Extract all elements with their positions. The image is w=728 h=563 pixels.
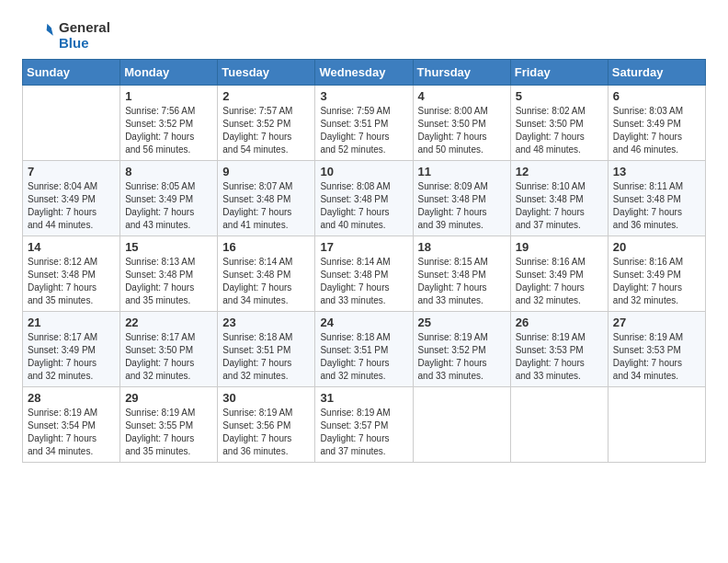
day-number: 4 — [418, 89, 506, 103]
header: General Blue — [22, 18, 706, 52]
calendar-cell: 3Sunrise: 7:59 AMSunset: 3:51 PMDaylight… — [315, 86, 413, 161]
day-info: Sunrise: 8:09 AMSunset: 3:48 PMDaylight:… — [418, 180, 506, 232]
day-number: 5 — [516, 89, 603, 103]
day-number: 13 — [613, 165, 700, 178]
day-info: Sunrise: 8:19 AMSunset: 3:52 PMDaylight:… — [418, 331, 506, 383]
day-number: 31 — [320, 391, 407, 405]
day-number: 29 — [125, 391, 212, 405]
day-info: Sunrise: 8:11 AMSunset: 3:48 PMDaylight:… — [613, 180, 700, 232]
day-info: Sunrise: 8:19 AMSunset: 3:57 PMDaylight:… — [320, 407, 407, 458]
day-info: Sunrise: 8:17 AMSunset: 3:50 PMDaylight:… — [125, 331, 212, 383]
calendar-cell: 31Sunrise: 8:19 AMSunset: 3:57 PMDayligh… — [315, 387, 413, 463]
day-number: 17 — [320, 240, 407, 254]
day-info: Sunrise: 8:18 AMSunset: 3:51 PMDaylight:… — [222, 331, 310, 383]
day-of-week-header: Wednesday — [315, 60, 413, 86]
day-number: 14 — [28, 240, 115, 254]
day-of-week-header: Saturday — [608, 60, 705, 86]
day-info: Sunrise: 8:10 AMSunset: 3:48 PMDaylight:… — [516, 180, 603, 232]
svg-marker-0 — [47, 24, 55, 36]
calendar-table: SundayMondayTuesdayWednesdayThursdayFrid… — [22, 59, 706, 463]
day-number: 19 — [516, 240, 603, 254]
calendar-cell — [510, 387, 608, 463]
calendar-week-row: 7Sunrise: 8:04 AMSunset: 3:49 PMDaylight… — [23, 161, 706, 236]
calendar-cell — [608, 387, 705, 463]
calendar-cell: 8Sunrise: 8:05 AMSunset: 3:49 PMDaylight… — [120, 161, 218, 236]
calendar-cell: 5Sunrise: 8:02 AMSunset: 3:50 PMDaylight… — [510, 86, 608, 161]
day-number: 21 — [28, 316, 115, 329]
day-of-week-header: Friday — [510, 60, 608, 86]
day-info: Sunrise: 8:19 AMSunset: 3:55 PMDaylight:… — [125, 407, 212, 458]
day-info: Sunrise: 8:05 AMSunset: 3:49 PMDaylight:… — [125, 180, 212, 232]
calendar-cell: 16Sunrise: 8:14 AMSunset: 3:48 PMDayligh… — [218, 236, 315, 312]
logo-blue: Blue — [59, 35, 89, 51]
calendar-cell: 24Sunrise: 8:18 AMSunset: 3:51 PMDayligh… — [315, 312, 413, 387]
calendar-cell: 7Sunrise: 8:04 AMSunset: 3:49 PMDaylight… — [23, 161, 120, 236]
calendar-cell: 27Sunrise: 8:19 AMSunset: 3:53 PMDayligh… — [608, 312, 705, 387]
day-of-week-header: Thursday — [413, 60, 510, 86]
day-number: 2 — [222, 89, 310, 103]
calendar-cell — [413, 387, 510, 463]
calendar-cell: 6Sunrise: 8:03 AMSunset: 3:49 PMDaylight… — [608, 86, 705, 161]
day-info: Sunrise: 8:07 AMSunset: 3:48 PMDaylight:… — [222, 180, 310, 232]
day-of-week-header: Monday — [120, 60, 218, 86]
day-number: 12 — [516, 165, 603, 178]
day-number: 18 — [418, 240, 506, 254]
day-number: 30 — [222, 391, 310, 405]
calendar-cell: 30Sunrise: 8:19 AMSunset: 3:56 PMDayligh… — [218, 387, 315, 463]
day-number: 20 — [613, 240, 700, 254]
day-number: 27 — [613, 316, 700, 329]
day-number: 3 — [320, 89, 407, 103]
calendar-cell: 17Sunrise: 8:14 AMSunset: 3:48 PMDayligh… — [315, 236, 413, 312]
day-info: Sunrise: 8:14 AMSunset: 3:48 PMDaylight:… — [320, 256, 407, 307]
day-info: Sunrise: 7:56 AMSunset: 3:52 PMDaylight:… — [125, 105, 212, 156]
day-info: Sunrise: 7:59 AMSunset: 3:51 PMDaylight:… — [320, 105, 407, 156]
day-info: Sunrise: 8:02 AMSunset: 3:50 PMDaylight:… — [516, 105, 603, 156]
day-number: 26 — [516, 316, 603, 329]
calendar-cell: 2Sunrise: 7:57 AMSunset: 3:52 PMDaylight… — [218, 86, 315, 161]
day-info: Sunrise: 8:04 AMSunset: 3:49 PMDaylight:… — [28, 180, 115, 232]
day-info: Sunrise: 8:19 AMSunset: 3:53 PMDaylight:… — [613, 331, 700, 383]
calendar-cell: 21Sunrise: 8:17 AMSunset: 3:49 PMDayligh… — [23, 312, 120, 387]
calendar-cell: 18Sunrise: 8:15 AMSunset: 3:48 PMDayligh… — [413, 236, 510, 312]
calendar-week-row: 14Sunrise: 8:12 AMSunset: 3:48 PMDayligh… — [23, 236, 706, 312]
day-info: Sunrise: 8:19 AMSunset: 3:56 PMDaylight:… — [222, 407, 310, 458]
calendar-week-row: 28Sunrise: 8:19 AMSunset: 3:54 PMDayligh… — [23, 387, 706, 463]
day-info: Sunrise: 8:14 AMSunset: 3:48 PMDaylight:… — [222, 256, 310, 307]
calendar-cell: 13Sunrise: 8:11 AMSunset: 3:48 PMDayligh… — [608, 161, 705, 236]
calendar-cell: 20Sunrise: 8:16 AMSunset: 3:49 PMDayligh… — [608, 236, 705, 312]
calendar-cell: 10Sunrise: 8:08 AMSunset: 3:48 PMDayligh… — [315, 161, 413, 236]
day-info: Sunrise: 8:17 AMSunset: 3:49 PMDaylight:… — [28, 331, 115, 383]
day-info: Sunrise: 7:57 AMSunset: 3:52 PMDaylight:… — [222, 105, 310, 156]
day-info: Sunrise: 8:13 AMSunset: 3:48 PMDaylight:… — [125, 256, 212, 307]
calendar-cell: 23Sunrise: 8:18 AMSunset: 3:51 PMDayligh… — [218, 312, 315, 387]
calendar-week-row: 1Sunrise: 7:56 AMSunset: 3:52 PMDaylight… — [23, 86, 706, 161]
day-info: Sunrise: 8:16 AMSunset: 3:49 PMDaylight:… — [613, 256, 700, 307]
day-info: Sunrise: 8:08 AMSunset: 3:48 PMDaylight:… — [320, 180, 407, 232]
calendar-cell: 9Sunrise: 8:07 AMSunset: 3:48 PMDaylight… — [218, 161, 315, 236]
day-number: 1 — [125, 89, 212, 103]
day-info: Sunrise: 8:18 AMSunset: 3:51 PMDaylight:… — [320, 331, 407, 383]
calendar-cell: 19Sunrise: 8:16 AMSunset: 3:49 PMDayligh… — [510, 236, 608, 312]
day-info: Sunrise: 8:00 AMSunset: 3:50 PMDaylight:… — [418, 105, 506, 156]
calendar-cell: 11Sunrise: 8:09 AMSunset: 3:48 PMDayligh… — [413, 161, 510, 236]
day-number: 23 — [222, 316, 310, 329]
day-info: Sunrise: 8:15 AMSunset: 3:48 PMDaylight:… — [418, 256, 506, 307]
calendar-cell — [23, 86, 120, 161]
calendar-cell: 12Sunrise: 8:10 AMSunset: 3:48 PMDayligh… — [510, 161, 608, 236]
calendar-cell: 22Sunrise: 8:17 AMSunset: 3:50 PMDayligh… — [120, 312, 218, 387]
day-info: Sunrise: 8:12 AMSunset: 3:48 PMDaylight:… — [28, 256, 115, 307]
day-number: 28 — [28, 391, 115, 405]
day-number: 9 — [222, 165, 310, 178]
day-number: 16 — [222, 240, 310, 254]
calendar-cell: 25Sunrise: 8:19 AMSunset: 3:52 PMDayligh… — [413, 312, 510, 387]
day-number: 8 — [125, 165, 212, 178]
day-of-week-header: Tuesday — [218, 60, 315, 86]
day-of-week-header: Sunday — [23, 60, 120, 86]
day-info: Sunrise: 8:19 AMSunset: 3:54 PMDaylight:… — [28, 407, 115, 458]
day-info: Sunrise: 8:16 AMSunset: 3:49 PMDaylight:… — [516, 256, 603, 307]
calendar-cell: 4Sunrise: 8:00 AMSunset: 3:50 PMDaylight… — [413, 86, 510, 161]
calendar-cell: 1Sunrise: 7:56 AMSunset: 3:52 PMDaylight… — [120, 86, 218, 161]
day-number: 25 — [418, 316, 506, 329]
calendar-cell: 28Sunrise: 8:19 AMSunset: 3:54 PMDayligh… — [23, 387, 120, 463]
calendar-cell: 14Sunrise: 8:12 AMSunset: 3:48 PMDayligh… — [23, 236, 120, 312]
